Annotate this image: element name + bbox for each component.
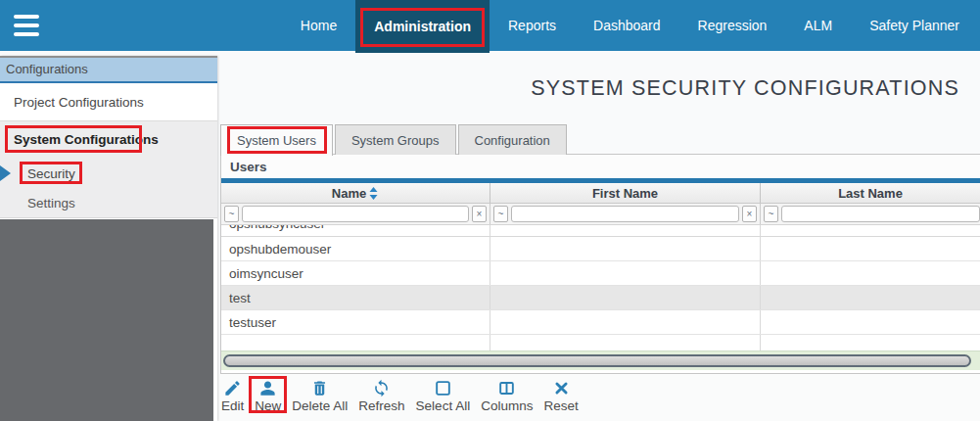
hamburger-menu-icon[interactable] (14, 15, 39, 36)
columns-button[interactable]: Columns (481, 379, 533, 414)
sidebar-item-label: System Configurations (14, 132, 159, 147)
filter-row: ~ × ~ × ~ (221, 204, 980, 225)
column-label: Name (332, 186, 366, 201)
refresh-button[interactable]: Refresh (358, 379, 404, 414)
table-cell (761, 335, 980, 351)
table-cell (761, 225, 980, 236)
hamburger-bar (14, 32, 39, 36)
hamburger-bar (14, 23, 39, 27)
column-header-last-name[interactable]: Last Name (761, 183, 980, 203)
tab-bar: System Users System Groups Configuration (220, 124, 567, 155)
sidebar-background (0, 219, 213, 421)
main-content: SYSTEM SECURITY CONFIGURATIONS System Us… (217, 51, 980, 421)
table-row[interactable]: opshubsyncuser (221, 225, 980, 237)
tool-label: Edit (221, 398, 244, 414)
filter-operator-button[interactable]: ~ (224, 206, 239, 222)
filter-input-name[interactable] (242, 206, 469, 222)
sidebar-item-system-configurations[interactable]: System Configurations (0, 121, 217, 158)
table-cell (490, 310, 761, 334)
person-icon (258, 379, 277, 398)
tab-system-users[interactable]: System Users (220, 124, 333, 156)
tab-label: Configuration (475, 133, 550, 148)
sidebar-item-project-configurations[interactable]: Project Configurations (0, 83, 217, 120)
sidebar-item-settings[interactable]: Settings (0, 189, 217, 218)
column-header-name[interactable]: Name (221, 183, 490, 203)
filter-cell-last-name: ~ (761, 204, 980, 224)
selected-item-arrow-icon (0, 165, 11, 181)
reset-icon (552, 379, 571, 398)
table-cell (761, 237, 980, 260)
user-name: opshubdemouser (221, 237, 490, 260)
hamburger-bar (14, 15, 39, 19)
table-cell (490, 286, 761, 309)
nav-item-home[interactable]: Home (282, 0, 355, 51)
filter-clear-button[interactable]: × (742, 206, 757, 222)
columns-icon (497, 379, 516, 398)
nav-item-reports[interactable]: Reports (490, 0, 575, 51)
empty-table-row (221, 335, 980, 351)
delete-all-button[interactable]: Delete All (292, 379, 348, 414)
pencil-icon (223, 379, 242, 398)
filter-operator-button[interactable]: ~ (764, 206, 778, 222)
tab-system-groups[interactable]: System Groups (335, 124, 456, 155)
sidebar-item-security[interactable]: Security (0, 158, 217, 189)
filter-input-last-name[interactable] (781, 206, 980, 222)
nav-items: Home Administration Reports Dashboard Re… (282, 0, 980, 51)
filter-operator-button[interactable]: ~ (493, 206, 508, 222)
sidebar-item-label: Settings (27, 196, 75, 210)
sidebar: Configurations Project Configurations Sy… (0, 56, 217, 421)
nav-item-safety-planner[interactable]: Safety Planner (851, 0, 978, 51)
top-nav-bar: Home Administration Reports Dashboard Re… (0, 0, 980, 51)
page-title: SYSTEM SECURITY CONFIGURATIONS (531, 76, 959, 101)
column-header-first-name[interactable]: First Name (490, 183, 761, 203)
scrollbar-thumb[interactable] (223, 354, 971, 367)
select-all-button[interactable]: Select All (416, 379, 471, 414)
select-all-icon (434, 379, 452, 398)
table-cell (490, 261, 761, 285)
nav-item-dashboard[interactable]: Dashboard (575, 0, 679, 51)
table-header-row: Name First Name Last Name (221, 183, 980, 204)
table-cell (761, 286, 980, 309)
horizontal-scrollbar[interactable] (221, 351, 980, 370)
edit-button[interactable]: Edit (221, 379, 244, 414)
nav-item-administration[interactable]: Administration (355, 0, 490, 53)
filter-cell-first-name: ~ × (490, 204, 761, 224)
user-name: test (221, 286, 490, 309)
new-button[interactable]: New (255, 379, 281, 414)
user-name: opshubsyncuser (221, 225, 490, 236)
nav-item-alm[interactable]: ALM (785, 0, 851, 51)
tab-label: System Users (237, 133, 316, 148)
table-cell (761, 310, 980, 334)
table-row[interactable]: test (221, 286, 980, 310)
table-cell (490, 335, 761, 351)
table-cell (490, 237, 761, 260)
tool-label: Refresh (358, 398, 404, 414)
column-label: Last Name (838, 186, 903, 201)
table-row[interactable]: opshubdemouser (221, 237, 980, 261)
reset-button[interactable]: Reset (543, 379, 578, 414)
sort-icon (368, 187, 379, 200)
filter-input-first-name[interactable] (511, 206, 739, 222)
panel-title: Users (221, 155, 980, 183)
user-name: testuser (221, 310, 490, 334)
sidebar-header: Configurations (0, 58, 217, 83)
sidebar-group-system: System Configurations Security Settings (0, 120, 217, 218)
table-cell (221, 335, 490, 351)
application-window: Home Administration Reports Dashboard Re… (0, 0, 980, 421)
nav-item-regression[interactable]: Regression (679, 0, 786, 51)
table-cell (490, 225, 761, 236)
tool-label: Columns (481, 398, 533, 414)
bottom-toolbar: Edit New Delete All Refresh (217, 374, 980, 421)
sidebar-item-label: Project Configurations (14, 95, 144, 110)
tool-label: Delete All (292, 398, 348, 414)
table-row[interactable]: oimsyncuser (221, 261, 980, 286)
user-name: oimsyncuser (221, 261, 490, 285)
filter-cell-name: ~ × (221, 204, 490, 224)
filter-clear-button[interactable]: × (472, 206, 487, 222)
column-label: First Name (592, 186, 658, 201)
table-row[interactable]: testuser (221, 310, 980, 335)
nav-item-label: Administration (374, 19, 471, 34)
users-panel: Users Name First Name Last Name (220, 154, 980, 374)
tab-configuration[interactable]: Configuration (458, 124, 567, 155)
refresh-icon (372, 379, 391, 398)
